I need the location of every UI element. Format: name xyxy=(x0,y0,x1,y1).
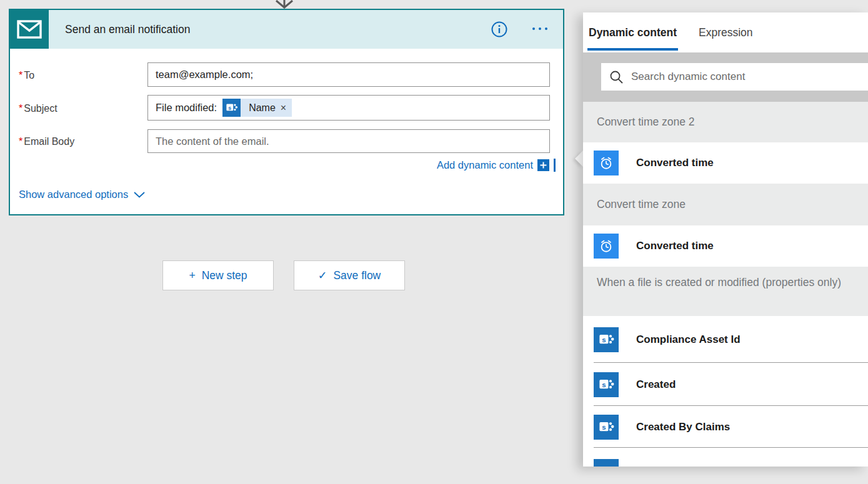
sharepoint-icon: s xyxy=(594,459,619,467)
panel-tabs: Dynamic content Expression xyxy=(583,12,868,52)
search-strip xyxy=(583,52,868,102)
sharepoint-icon: s xyxy=(594,327,619,352)
search-icon xyxy=(609,70,624,84)
show-advanced-options-link[interactable]: Show advanced options xyxy=(19,189,145,200)
dynamic-item-converted-time[interactable]: Converted time xyxy=(583,142,868,184)
dynamic-content-panel: Dynamic content Expression Convert time … xyxy=(583,12,868,467)
email-body-field[interactable]: The content of the email. xyxy=(147,129,550,153)
add-dynamic-content-link[interactable]: Add dynamic content xyxy=(437,159,556,172)
card-title-bar: Send an email notification xyxy=(49,10,563,49)
info-icon[interactable] xyxy=(491,21,507,37)
svg-text:s: s xyxy=(602,335,606,343)
dynamic-token-name[interactable]: s Name × xyxy=(222,99,292,117)
sharepoint-icon: s xyxy=(594,415,619,440)
group-header: Convert time zone xyxy=(583,184,868,225)
action-card-send-email[interactable]: Send an email notification *To team@exam… xyxy=(9,9,564,215)
to-field[interactable]: team@example.com; xyxy=(147,62,550,87)
group-header: When a file is created or modified (prop… xyxy=(583,267,868,316)
chevron-down-icon xyxy=(134,192,145,198)
tab-dynamic-content[interactable]: Dynamic content xyxy=(587,12,678,52)
panel-callout-arrow xyxy=(575,151,583,167)
dynamic-item-converted-time[interactable]: Converted time xyxy=(583,225,868,267)
email-body-placeholder: The content of the email. xyxy=(156,136,269,147)
tab-expression[interactable]: Expression xyxy=(697,12,754,52)
card-header[interactable]: Send an email notification xyxy=(10,10,563,49)
svg-text:s: s xyxy=(228,105,231,111)
text-cursor-bar xyxy=(554,159,556,172)
search-box[interactable] xyxy=(601,63,868,91)
to-value: team@example.com; xyxy=(156,69,253,81)
check-glyph: ✓ xyxy=(318,269,327,282)
email-connector-icon xyxy=(10,10,49,49)
group-header: Convert time zone 2 xyxy=(583,102,868,142)
token-text: Name xyxy=(249,102,276,114)
card-title: Send an email notification xyxy=(65,23,190,36)
subject-label: *Subject xyxy=(19,103,57,114)
email-body-label: *Email Body xyxy=(19,136,74,147)
dynamic-item-created[interactable]: s Created xyxy=(583,363,868,406)
plus-glyph: + xyxy=(189,269,195,282)
dynamic-item-created-by-claims[interactable]: s Created By Claims xyxy=(583,406,868,448)
sharepoint-icon: s xyxy=(594,372,619,397)
dynamic-item-compliance-asset-id[interactable]: s Compliance Asset Id xyxy=(583,316,868,363)
alarm-clock-icon xyxy=(594,234,619,259)
new-step-button[interactable]: + New step xyxy=(162,260,274,290)
svg-text:s: s xyxy=(602,423,606,430)
subject-field[interactable]: File modified: s Name × xyxy=(147,95,550,121)
search-input[interactable] xyxy=(631,63,868,91)
sharepoint-icon: s xyxy=(222,99,241,117)
subject-prefix-text: File modified: xyxy=(156,102,217,114)
remove-token-button[interactable]: × xyxy=(281,102,286,114)
flow-connector-arrow-down-icon xyxy=(273,0,296,9)
plus-icon xyxy=(537,159,549,171)
alarm-clock-icon xyxy=(594,151,619,175)
ellipsis-menu-icon[interactable] xyxy=(531,25,549,32)
save-flow-button[interactable]: ✓ Save flow xyxy=(294,260,405,290)
dynamic-item-partial[interactable]: s xyxy=(583,448,868,467)
to-label: *To xyxy=(19,70,34,81)
svg-text:s: s xyxy=(602,380,606,388)
